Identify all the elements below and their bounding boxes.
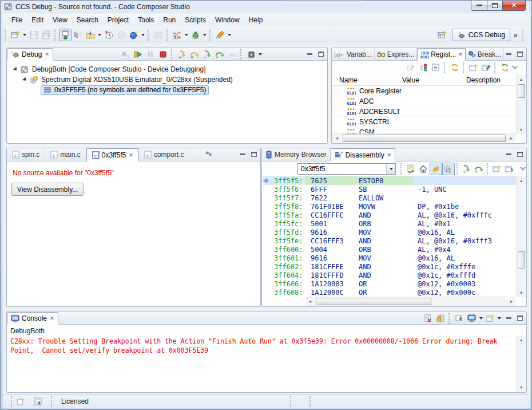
terminate-icon[interactable]: [157, 48, 169, 61]
trim-stack-icon[interactable]: [33, 396, 44, 407]
minimize-view-icon[interactable]: [504, 150, 513, 159]
disconnect-icon[interactable]: [119, 48, 132, 61]
editor-tab-overflow[interactable]: »8: [203, 148, 213, 161]
disassembly-row[interactable]: 3ff5f8:761F01BEMOVWDP, #0x1be: [263, 202, 516, 211]
register-group-row[interactable]: 0101SYSCTRL: [332, 117, 516, 127]
show-view-list-icon[interactable]: [152, 29, 165, 41]
disassembly-row[interactable]: 3ff606:1A120003OR@0x12, #0x0003: [263, 279, 516, 288]
target-configuration-icon[interactable]: [72, 29, 84, 41]
menu-help[interactable]: Help: [244, 15, 268, 25]
maximize-view-icon[interactable]: [249, 150, 259, 159]
tab-expressions[interactable]: x= Expres...: [375, 48, 417, 60]
console-output[interactable]: C28xx: Trouble Setting Breakpoint with t…: [7, 336, 516, 392]
new-wizard-dropdown[interactable]: [23, 34, 26, 36]
toolbar-grip[interactable]: [5, 29, 7, 41]
minimize-view-icon[interactable]: [238, 150, 247, 159]
flash-program-icon[interactable]: [84, 29, 97, 41]
tab-disassembly[interactable]: Disassembly ✕: [331, 148, 396, 161]
resume-icon[interactable]: [132, 48, 144, 61]
editor-tab-main.c[interactable]: cmain.c: [45, 148, 86, 161]
register-group-row[interactable]: 0101Core Register: [332, 86, 516, 96]
disassembly-row[interactable]: 3ff5f7:7622EALLOW: [263, 194, 516, 202]
open-perspective-icon[interactable]: [436, 29, 448, 41]
world-sphere-dropdown[interactable]: [141, 34, 145, 36]
view-menu-chevron-icon[interactable]: [511, 65, 518, 70]
refresh-icon[interactable]: [448, 61, 461, 74]
tab-close-icon[interactable]: ✕: [129, 152, 133, 158]
asm-step-into-icon[interactable]: [201, 48, 213, 61]
display-console-icon[interactable]: [466, 312, 478, 325]
minimize-view-icon[interactable]: [305, 50, 314, 58]
flash-chip-dropdown[interactable]: [259, 53, 262, 56]
collapse-all-icon[interactable]: [430, 61, 442, 74]
toolbar-grip[interactable]: [166, 29, 169, 41]
perspective-ccs-debug-button[interactable]: CCS Debug: [452, 29, 510, 41]
show-source-icon[interactable]: (=: [442, 163, 455, 175]
disassembly-row[interactable]: 3ff601:9616MOV@0x16, AL: [263, 254, 516, 262]
open-console-icon[interactable]: [484, 312, 497, 325]
update-disabled-icon[interactable]: [404, 61, 417, 74]
flash-program-dropdown[interactable]: [98, 34, 101, 36]
tree-item-debugboth[interactable]: DebugBoth [Code Composer Studio - Device…: [7, 64, 327, 74]
editor-tab-spin.c[interactable]: cspin.c: [7, 148, 45, 161]
flash-chip-icon[interactable]: [245, 48, 257, 61]
step-over-icon[interactable]: [188, 48, 201, 61]
display-console-dropdown[interactable]: [479, 317, 483, 320]
profile-clock-icon[interactable]: [102, 29, 115, 41]
close-button[interactable]: ✕: [502, 1, 526, 11]
tab-close-icon[interactable]: ✕: [387, 152, 392, 158]
new-wizard-icon[interactable]: [9, 29, 22, 41]
sync-icon[interactable]: [499, 61, 511, 74]
toolbar-grip[interactable]: [54, 29, 57, 41]
disassembly-row[interactable]: 3ff608:1A12000COR@0x12, #0x000c: [263, 288, 516, 297]
address-combo[interactable]: 0x3ff5f5: [297, 163, 396, 175]
view-disassembly-button[interactable]: View Disassembly...: [11, 183, 84, 196]
maximize-view-icon[interactable]: [515, 50, 525, 58]
show-type-icon[interactable]: [417, 61, 430, 74]
open-console-dropdown[interactable]: [498, 317, 501, 320]
highlight-brush-icon[interactable]: [214, 29, 227, 41]
expand-icon[interactable]: [13, 66, 18, 72]
suspend-icon[interactable]: [144, 48, 157, 61]
maximize-view-icon[interactable]: [316, 50, 325, 58]
disassembly-row[interactable]: 3ff5f5:7625ESTOP0: [263, 176, 516, 185]
disassembly-row[interactable]: 3ff602:181CFFFEAND@0x1c, #0xfffe: [263, 262, 516, 271]
new-view-icon[interactable]: [491, 163, 503, 175]
minimize-view-icon[interactable]: [504, 314, 513, 322]
world-sphere-icon[interactable]: [128, 29, 140, 41]
menu-edit[interactable]: Edit: [27, 15, 48, 25]
new-register-view-icon[interactable]: [467, 61, 480, 74]
analysis-chart-icon[interactable]: [171, 29, 184, 41]
disassembly-row[interactable]: 3ff5fc:5001ORBAL, #0x1: [263, 219, 516, 228]
asm-step-over-icon[interactable]: [473, 163, 485, 175]
debug-bug-dropdown[interactable]: [203, 34, 207, 36]
toolbar-grip[interactable]: [209, 29, 212, 41]
toolbar-grip[interactable]: [522, 29, 525, 41]
disassembly-row[interactable]: 3ff5fa:CC16FFFCANDAL, @0x16, #0xfffc: [263, 211, 516, 219]
tree-item-frame[interactable]: 0x3FF5F5 (no symbols are defined for 0x3…: [7, 85, 327, 95]
register-group-row[interactable]: 0101ADC: [332, 96, 516, 107]
step-into-icon[interactable]: [176, 48, 188, 61]
menu-file[interactable]: File: [7, 15, 27, 25]
home-icon[interactable]: [417, 163, 430, 175]
tab-close-icon[interactable]: ✕: [458, 52, 463, 57]
maximize-view-icon[interactable]: [515, 314, 525, 322]
tab-memory-browser[interactable]: Memory Browser: [262, 148, 331, 161]
clear-console-icon[interactable]: [422, 312, 434, 325]
tab-breakpoints[interactable]: Break...: [466, 48, 504, 60]
scroll-lock-icon[interactable]: [434, 312, 447, 325]
tab-close-icon[interactable]: ✕: [50, 316, 54, 321]
expand-icon[interactable]: [22, 77, 27, 82]
editor-tab-0x3ff5f5[interactable]: c0x3ff5f5✕: [86, 148, 139, 161]
registers-horizontal-scrollbar[interactable]: ◄ ►: [332, 133, 516, 143]
registers-vertical-scrollbar[interactable]: ▲ ▼: [516, 75, 526, 134]
debug-bug-icon[interactable]: [189, 29, 202, 41]
link-with-debug-icon[interactable]: [430, 163, 442, 175]
menu-tools[interactable]: Tools: [133, 15, 158, 25]
save-all-icon[interactable]: [40, 29, 53, 41]
menu-window[interactable]: Window: [211, 15, 244, 25]
tab-registers[interactable]: 10100101 Regist... ✕: [417, 48, 466, 61]
menu-search[interactable]: Search: [72, 15, 103, 25]
selected-frame[interactable]: 0x3FF5F5 (no symbols are defined for 0x3…: [41, 85, 209, 95]
disassembly-vertical-scrollbar[interactable]: ▲ ▼: [516, 176, 526, 297]
